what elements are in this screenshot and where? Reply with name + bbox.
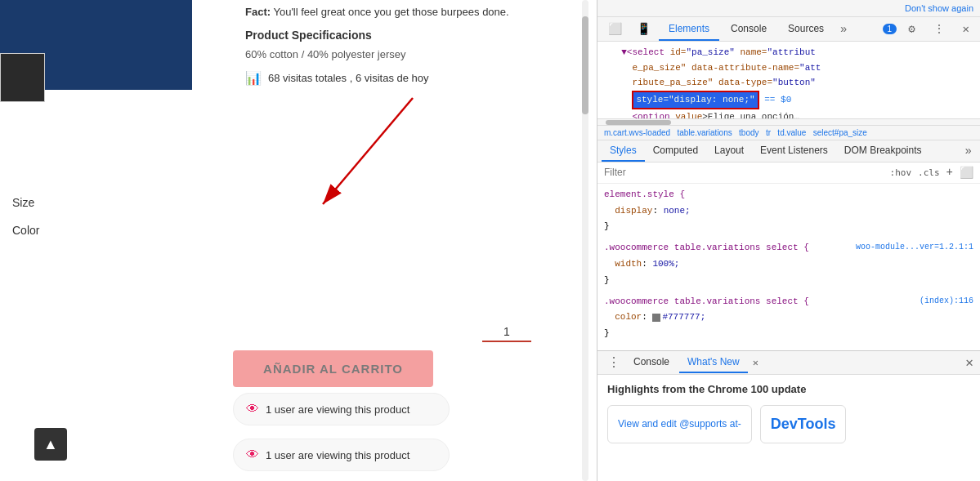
color-label: Color	[12, 224, 78, 237]
size-label: Size	[12, 196, 78, 209]
more-options-icon[interactable]: ⋮	[927, 17, 951, 41]
tab-console[interactable]: Console	[721, 18, 776, 41]
html-content: ▼<select id="pa_size" name="attribut e_p…	[597, 42, 980, 118]
breadcrumb-tbody[interactable]: tbody	[739, 128, 758, 137]
styles-tabs: Styles Computed Layout Event Listeners D…	[597, 140, 980, 163]
more-tabs-icon[interactable]: »	[835, 18, 852, 41]
html-line-1: ▼<select id="pa_size" name="attribut	[604, 45, 973, 60]
html-scroll-thumb	[606, 120, 671, 125]
selected-style-attr: style="display: none;"	[632, 91, 758, 109]
html-scrollbar[interactable]	[597, 118, 980, 125]
filter-hov-btn[interactable]: :hov	[890, 167, 912, 178]
devtools-panel: Don't show again ⬜ 📱 Elements Console So…	[597, 0, 980, 481]
scroll-indicator	[582, 0, 588, 481]
size-color-section: Size Color	[0, 188, 597, 260]
css-element-style: element.style { display: none; }	[604, 187, 973, 235]
styles-tab-layout[interactable]: Layout	[706, 140, 752, 162]
dont-show-link[interactable]: Don't show again	[905, 3, 973, 13]
viewing-text-2: 1 user are viewing this product	[266, 449, 409, 461]
device-icon[interactable]: 📱	[630, 17, 657, 41]
filter-input[interactable]	[604, 167, 884, 178]
fact-label: Fact:	[245, 6, 271, 18]
console-menu-icon[interactable]: ⋮	[604, 351, 624, 374]
styles-tab-computed[interactable]: Computed	[645, 140, 706, 162]
close-devtools-icon[interactable]: ✕	[956, 17, 976, 41]
toggle-sidebar-icon[interactable]: ⬜	[960, 166, 973, 180]
console-tabs-bar: ⋮ Console What's New ✕ ✕	[597, 351, 980, 375]
scroll-thumb	[582, 16, 588, 114]
devtools-main-tabs: ⬜ 📱 Elements Console Sources » 1 ⚙ ⋮ ✕	[597, 17, 980, 42]
breadcrumb-bar: m.cart.wvs-loaded table.variations tbody…	[597, 125, 980, 140]
spec-title: Product Specificacions	[245, 29, 584, 42]
console-link-view-edit[interactable]: View and edit @supports at-	[607, 405, 752, 443]
breadcrumb-select-pa-size[interactable]: select#pa_size	[813, 128, 867, 137]
eye-icon-1: 👁	[246, 402, 259, 416]
breadcrumb-table-variations[interactable]: table.variations	[677, 128, 732, 137]
viewing-badge-1: 👁 1 user are viewing this product	[233, 393, 450, 425]
product-thumbnail	[0, 53, 45, 102]
visits-row: 📊 68 visitas totales , 6 visitas de hoy	[245, 70, 584, 86]
console-tab-whats-new[interactable]: What's New	[679, 352, 748, 373]
size-row: Size	[12, 196, 584, 209]
breadcrumb-tr[interactable]: tr	[766, 128, 771, 137]
styles-tab-styles[interactable]: Styles	[602, 140, 645, 162]
devtools-logo: DevTools	[771, 412, 836, 436]
css-source-2[interactable]: (index):116	[920, 294, 973, 309]
highlights-title: Highlights from the Chrome 100 update	[607, 381, 970, 399]
console-close-button[interactable]: ✕	[965, 354, 973, 371]
quantity-section: 1	[482, 325, 531, 342]
eye-icon-2: 👁	[246, 448, 259, 462]
viewing-text-1: 1 user are viewing this product	[266, 403, 409, 416]
product-panel: Fact: You'll feel great once you get tho…	[0, 0, 597, 481]
html-line-5: <option value>Elige una opción…	[604, 109, 973, 118]
devtools-top-bar: Don't show again	[597, 0, 980, 17]
styles-more-icon[interactable]: »	[961, 140, 976, 162]
product-content: Fact: You'll feel great once you get tho…	[233, 0, 597, 106]
css-styles-content: element.style { display: none; } .woocom…	[597, 184, 980, 350]
add-to-cart-button[interactable]: AÑADIR AL CARRITO	[233, 350, 433, 387]
chart-icon: 📊	[245, 70, 262, 86]
console-tab-console[interactable]: Console	[625, 352, 678, 373]
visits-text: 68 visitas totales , 6 visitas de hoy	[268, 72, 429, 84]
scroll-to-top-button[interactable]: ▲	[34, 428, 67, 461]
devtools-right-controls: 1 ⚙ ⋮ ✕	[883, 17, 976, 41]
color-row: Color	[12, 224, 584, 237]
console-bottom: ⋮ Console What's New ✕ ✕ Highlights from…	[597, 350, 980, 481]
viewing-badge-2: 👁 1 user are viewing this product	[233, 439, 450, 471]
console-link-row: View and edit @supports at- DevTools	[607, 405, 970, 443]
settings-icon[interactable]: ⚙	[902, 17, 921, 41]
spec-detail: 60% cotton / 40% polyester jersey	[245, 48, 584, 60]
notification-badge: 1	[883, 24, 897, 34]
html-line-selected[interactable]: style="display: none;" == $0	[604, 91, 973, 109]
filter-bar: :hov .cls + ⬜	[597, 163, 980, 184]
breadcrumb-m-cart[interactable]: m.cart.wvs-loaded	[604, 128, 670, 137]
tab-sources[interactable]: Sources	[778, 18, 834, 41]
css-source-1[interactable]: woo-module...ver=1.2.1:1	[856, 240, 973, 255]
inspect-icon[interactable]: ⬜	[602, 17, 629, 41]
tab-elements[interactable]: Elements	[659, 18, 719, 41]
css-woocommerce-width: .woocommerce table.variations select { w…	[604, 240, 973, 288]
filter-cls-btn[interactable]: .cls	[918, 167, 940, 178]
html-line-3: ribute_pa_size" data-type="button"	[604, 75, 973, 91]
styles-tab-dom-breakpoints[interactable]: DOM Breakpoints	[836, 140, 930, 162]
console-link-text: View and edit @supports at-	[618, 416, 741, 432]
breadcrumb-td-value[interactable]: td.value	[777, 128, 806, 137]
devtools-logo-box[interactable]: DevTools	[760, 405, 847, 443]
styles-tab-event-listeners[interactable]: Event Listeners	[752, 140, 836, 162]
whats-new-close-icon[interactable]: ✕	[753, 357, 758, 369]
css-woocommerce-color: .woocommerce table.variations select { (…	[604, 294, 973, 342]
fact-description: You'll feel great once you get those bur…	[273, 6, 508, 18]
fact-text: Fact: You'll feel great once you get tho…	[245, 4, 584, 20]
quantity-value: 1	[482, 325, 531, 342]
add-style-rule-btn[interactable]: +	[946, 166, 953, 179]
scroll-up-icon: ▲	[43, 436, 58, 453]
html-line-2: e_pa_size" data-attribute-name="att	[604, 60, 973, 76]
console-content: Highlights from the Chrome 100 update Vi…	[597, 375, 980, 450]
